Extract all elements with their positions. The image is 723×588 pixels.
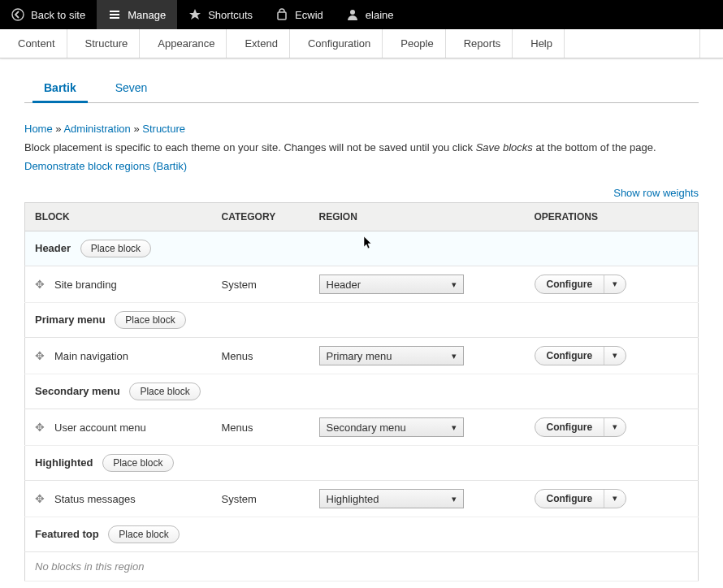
- user-icon: [346, 8, 359, 21]
- th-operations: OPERATIONS: [525, 203, 699, 231]
- region-header: Header Place block: [25, 231, 699, 266]
- block-category: Menus: [212, 338, 310, 374]
- admin-help[interactable]: ? Help: [513, 29, 565, 58]
- block-category: System: [212, 266, 310, 303]
- drag-handle-icon[interactable]: ✥: [35, 492, 45, 505]
- theme-tabs: Bartik Seven: [24, 73, 699, 103]
- drag-handle-icon[interactable]: ✥: [35, 421, 45, 434]
- breadcrumb-admin[interactable]: Administration: [63, 123, 130, 135]
- description-text2: at the bottom of the page.: [533, 141, 656, 153]
- demo-regions-link[interactable]: Demonstrate block regions (Bartik): [24, 160, 187, 172]
- toolbar-back-label: Back to site: [31, 9, 85, 21]
- admin-structure-label: Structure: [85, 37, 128, 50]
- admin-menu: Content Structure Appearance Extend Conf…: [0, 29, 723, 58]
- empty-region-label: No blocks in this region: [25, 552, 699, 582]
- configure-button[interactable]: Configure: [535, 347, 605, 365]
- toolbar-ecwid[interactable]: Ecwid: [264, 0, 335, 29]
- admin-configuration-label: Configuration: [308, 37, 370, 50]
- breadcrumb-structure[interactable]: Structure: [142, 123, 185, 135]
- description: Block placement is specific to each them…: [24, 141, 699, 153]
- drag-handle-icon[interactable]: ✥: [35, 278, 45, 291]
- place-block-secondary-menu[interactable]: Place block: [129, 383, 200, 400]
- toolbar-manage[interactable]: Manage: [97, 0, 177, 29]
- configure-button[interactable]: Configure: [535, 490, 605, 508]
- tab-bartik[interactable]: Bartik: [24, 73, 96, 102]
- toolbar-shortcuts-label: Shortcuts: [208, 9, 253, 21]
- breadcrumb: Home » Administration » Structure: [24, 123, 699, 135]
- blocks-table: BLOCK CATEGORY REGION OPERATIONS Header …: [24, 202, 699, 582]
- toolbar-back[interactable]: Back to site: [0, 0, 97, 29]
- svg-rect-1: [278, 12, 286, 19]
- breadcrumb-home[interactable]: Home: [24, 123, 53, 135]
- block-row-main-navigation: ✥ Main navigation Menus Primary menu Con…: [25, 338, 699, 374]
- admin-content[interactable]: Content: [0, 29, 67, 58]
- toolbar-user-label: elaine: [366, 9, 394, 21]
- ops-dropdown-icon[interactable]: ▾: [604, 418, 626, 436]
- svg-point-0: [12, 9, 24, 20]
- region-primary-menu-label: Primary menu: [35, 313, 106, 326]
- admin-extend[interactable]: Extend: [227, 29, 289, 58]
- region-highlighted-label: Highlighted: [35, 456, 93, 469]
- description-text1: Block placement is specific to each them…: [24, 141, 476, 153]
- region-select-user-account-menu[interactable]: Secondary menu: [319, 417, 464, 437]
- toolbar: Back to site Manage Shortcuts Ecwid elai…: [0, 0, 723, 29]
- th-category: CATEGORY: [212, 203, 310, 231]
- block-row-site-branding: ✥ Site branding System Header Configure …: [25, 266, 699, 303]
- admin-people-label: People: [400, 37, 433, 50]
- block-name: Site branding: [54, 279, 117, 291]
- ops-site-branding: Configure ▾: [535, 275, 627, 294]
- place-block-featured-top[interactable]: Place block: [108, 525, 179, 543]
- ops-dropdown-icon[interactable]: ▾: [604, 490, 626, 508]
- toolbar-ecwid-label: Ecwid: [295, 9, 323, 21]
- block-category: System: [212, 481, 310, 517]
- description-emph: Save blocks: [476, 141, 533, 153]
- block-name: Status messages: [54, 493, 136, 505]
- drag-handle-icon[interactable]: ✥: [35, 349, 45, 362]
- toolbar-manage-label: Manage: [128, 9, 166, 21]
- place-block-highlighted[interactable]: Place block: [102, 454, 173, 472]
- admin-structure[interactable]: Structure: [67, 29, 141, 58]
- star-icon: [188, 8, 201, 21]
- place-block-primary-menu[interactable]: Place block: [115, 311, 185, 329]
- page-content: Bartik Seven Home » Administration » Str…: [0, 58, 723, 588]
- admin-help-label: Help: [530, 37, 552, 50]
- admin-appearance[interactable]: Appearance: [140, 29, 227, 58]
- toolbar-shortcuts[interactable]: Shortcuts: [177, 0, 264, 29]
- ops-main-navigation: Configure ▾: [535, 346, 627, 365]
- chevron-left-icon: [11, 8, 24, 21]
- admin-people[interactable]: People: [383, 29, 445, 58]
- svg-point-2: [350, 10, 355, 15]
- region-featured-top-label: Featured top: [35, 528, 99, 540]
- block-category: Menus: [212, 409, 310, 446]
- show-row-weights-link[interactable]: Show row weights: [613, 187, 699, 199]
- ops-status-messages: Configure ▾: [535, 489, 627, 508]
- ops-user-account-menu: Configure ▾: [535, 417, 627, 437]
- place-block-header[interactable]: Place block: [80, 240, 151, 257]
- region-secondary-menu: Secondary menu Place block: [25, 374, 699, 409]
- configure-button[interactable]: Configure: [535, 418, 605, 436]
- region-highlighted: Highlighted Place block: [25, 446, 699, 481]
- hamburger-icon: [108, 8, 121, 21]
- region-select-status-messages[interactable]: Highlighted: [319, 489, 464, 508]
- th-block: BLOCK: [25, 203, 212, 231]
- toolbar-user[interactable]: elaine: [335, 0, 405, 29]
- region-featured-top: Featured top Place block: [25, 517, 699, 552]
- admin-collapse[interactable]: [700, 29, 723, 58]
- region-secondary-menu-label: Secondary menu: [35, 385, 120, 397]
- empty-row-featured-top: No blocks in this region: [25, 552, 699, 582]
- admin-configuration[interactable]: Configuration: [290, 29, 383, 58]
- region-select-site-branding[interactable]: Header: [319, 275, 464, 294]
- admin-reports[interactable]: Reports: [446, 29, 513, 58]
- region-header-label: Header: [35, 242, 71, 254]
- region-select-main-navigation[interactable]: Primary menu: [319, 346, 464, 365]
- admin-spacer: [565, 29, 700, 58]
- admin-reports-label: Reports: [464, 37, 501, 50]
- block-row-status-messages: ✥ Status messages System Highlighted Con…: [25, 481, 699, 517]
- ops-dropdown-icon[interactable]: ▾: [604, 347, 626, 365]
- ops-dropdown-icon[interactable]: ▾: [604, 275, 626, 293]
- tab-seven[interactable]: Seven: [96, 73, 167, 102]
- configure-button[interactable]: Configure: [535, 275, 605, 293]
- th-region: REGION: [310, 203, 525, 231]
- bag-icon: [275, 8, 288, 21]
- block-name: Main navigation: [54, 350, 128, 362]
